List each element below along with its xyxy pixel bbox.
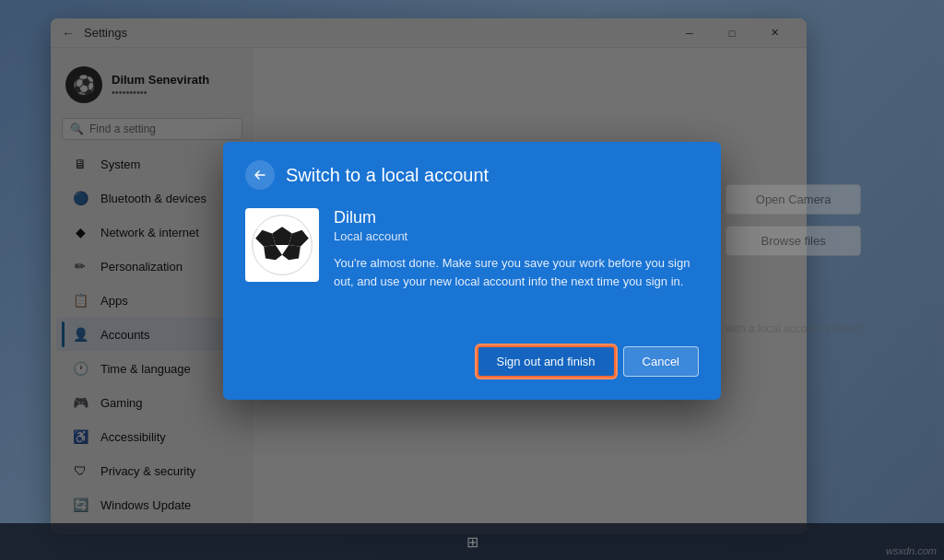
modal-footer: Sign out and finish Cancel xyxy=(223,331,721,400)
modal-user-name: Dilum xyxy=(334,208,699,228)
modal-title: Switch to a local account xyxy=(286,165,489,186)
modal-user-type: Local account xyxy=(334,229,699,243)
modal-user-info: Dilum Local account You're almost done. … xyxy=(334,208,699,290)
modal-avatar xyxy=(245,208,319,282)
switch-local-account-dialog: Switch to a local account xyxy=(223,142,721,400)
modal-profile: Dilum Local account You're almost done. … xyxy=(245,208,699,290)
modal-body: Dilum Local account You're almost done. … xyxy=(223,201,721,331)
cancel-button[interactable]: Cancel xyxy=(623,346,699,377)
sign-out-and-finish-button[interactable]: Sign out and finish xyxy=(477,345,616,378)
modal-header: Switch to a local account xyxy=(223,142,721,201)
modal-back-button[interactable] xyxy=(245,160,275,190)
modal-description: You're almost done. Make sure you save y… xyxy=(334,254,699,290)
modal-overlay: Switch to a local account xyxy=(0,0,944,560)
